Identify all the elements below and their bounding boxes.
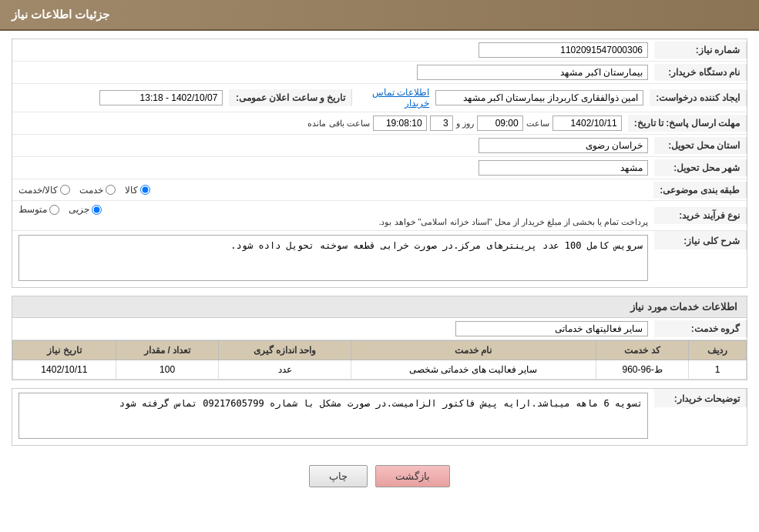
response-deadline-row: ساعت روز و ساعت باقی مانده (12, 112, 628, 134)
category-khadamat-radio[interactable] (106, 185, 116, 195)
back-button[interactable]: بازگشت (375, 465, 450, 487)
response-date-input (552, 115, 622, 131)
col-unit: واحد اندازه گیری (219, 341, 351, 360)
service-group-value (12, 318, 654, 340)
response-time-label: ساعت (526, 119, 549, 129)
category-kala-khadamat-label: کالا/خدمت (18, 185, 58, 196)
need-description-value: سرویس کامل 100 عدد پرینترهای مرکز.در صور… (12, 231, 654, 287)
category-khadamat-label: خدمت (79, 185, 103, 196)
cell-service-code: ط-96-960 (596, 360, 688, 380)
table-row: 1 ط-96-960 سایر فعالیت های خدماتی شخصی ع… (13, 360, 747, 380)
buyer-org-value (12, 62, 654, 83)
delivery-city-input (479, 160, 648, 176)
creator-label: ایجاد کننده درخواست: (650, 89, 747, 106)
creator-input (435, 90, 643, 105)
col-row-num: ردیف (689, 341, 747, 360)
buyer-desc-value: تسویه 6 ماهه میباشد.ارایه پیش فاکتور الز… (12, 389, 654, 445)
category-label: طبقه بندی موضوعی: (653, 182, 747, 199)
category-khadamat-option[interactable]: خدمت (79, 185, 116, 196)
announce-date-label: تاریخ و ساعت اعلان عمومی: (229, 89, 352, 106)
service-group-label: گروه خدمت: (654, 320, 747, 337)
cell-quantity: 100 (116, 360, 219, 380)
cell-service-name: سایر فعالیت های خدماتی شخصی (351, 360, 596, 380)
category-kala-option[interactable]: کالا (125, 185, 150, 196)
buyer-org-input (417, 65, 648, 80)
creator-value: اطلاعات تماس خریدار (352, 84, 650, 112)
purchase-notice: پرداخت تمام یا بخشی از مبلغ خریدار از مح… (18, 217, 648, 227)
category-kala-khadamat-radio[interactable] (60, 185, 70, 195)
col-service-code: کد خدمت (596, 341, 688, 360)
need-number-value (12, 39, 654, 61)
delivery-province-label: استان محل تحویل: (654, 137, 747, 154)
response-remaining-label: ساعت باقی مانده (307, 119, 369, 129)
purchase-type-label: نوع فرآیند خرید: (654, 207, 747, 224)
purchase-jozvi-option[interactable]: جزیی (69, 204, 102, 215)
col-service-name: نام خدمت (351, 341, 596, 360)
need-number-input[interactable] (479, 42, 648, 58)
category-value: کالا/خدمت خدمت کالا (12, 182, 653, 199)
response-time-input (477, 115, 523, 131)
need-number-label: شماره نیاز: (654, 42, 747, 59)
category-kala-radio[interactable] (140, 185, 150, 195)
purchase-jozvi-label: جزیی (69, 204, 89, 215)
response-days-input (430, 115, 453, 131)
col-need-date: تاریخ نیاز (13, 341, 116, 360)
buyer-org-label: نام دستگاه خریدار: (654, 64, 747, 81)
delivery-province-value (12, 135, 654, 156)
delivery-city-label: شهر محل تحویل: (654, 159, 747, 176)
category-kala-khadamat-option[interactable]: کالا/خدمت (18, 185, 70, 196)
cell-unit: عدد (219, 360, 351, 380)
delivery-city-value (12, 157, 654, 179)
purchase-type-value: متوسط جزیی پرداخت تمام یا بخشی از مبلغ خ… (12, 201, 654, 230)
cell-row-num: 1 (689, 360, 747, 380)
page-header: جزئیات اطلاعات نیاز (0, 0, 759, 31)
services-table: ردیف کد خدمت نام خدمت واحد اندازه گیری ت… (12, 340, 747, 380)
action-buttons: بازگشت چاپ (12, 453, 747, 499)
purchase-motavasset-radio[interactable] (49, 205, 59, 215)
need-description-textarea[interactable]: سرویس کامل 100 عدد پرینترهای مرکز.در صور… (18, 235, 648, 281)
purchase-jozvi-radio[interactable] (92, 205, 102, 215)
purchase-motavasset-option[interactable]: متوسط (18, 204, 59, 215)
buyer-desc-textarea[interactable]: تسویه 6 ماهه میباشد.ارایه پیش فاکتور الز… (18, 393, 648, 439)
delivery-province-input (479, 138, 648, 153)
purchase-motavasset-label: متوسط (18, 204, 47, 215)
cell-need-date: 1402/10/11 (13, 360, 116, 380)
announce-date-input (99, 90, 223, 105)
category-kala-label: کالا (125, 185, 138, 196)
print-button[interactable]: چاپ (309, 465, 368, 487)
announce-date-value (12, 87, 229, 109)
service-group-input (455, 321, 648, 336)
need-description-label: شرح کلی نیاز: (654, 231, 747, 249)
response-remaining-input (373, 115, 427, 131)
services-title: اطلاعات خدمات مورد نیاز (12, 296, 747, 318)
page-title: جزئیات اطلاعات نیاز (12, 8, 109, 21)
response-deadline-label: مهلت ارسال پاسخ: تا تاریخ: (628, 115, 747, 132)
contact-link[interactable]: اطلاعات تماس خریدار (358, 87, 429, 109)
col-quantity: تعداد / مقدار (116, 341, 219, 360)
response-days-label: روز و (456, 119, 474, 129)
buyer-desc-label: توضیحات خریدار: (654, 389, 747, 407)
